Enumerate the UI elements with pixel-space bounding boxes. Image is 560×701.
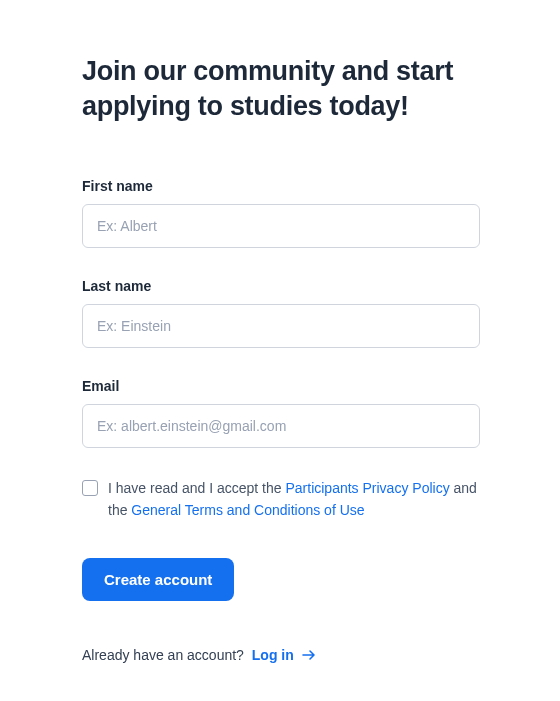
last-name-label: Last name (82, 278, 480, 294)
consent-label: I have read and I accept the Participant… (108, 478, 480, 521)
email-input[interactable] (82, 404, 480, 448)
terms-link[interactable]: General Terms and Conditions of Use (131, 502, 364, 518)
login-prompt: Already have an account? (82, 647, 244, 663)
first-name-input[interactable] (82, 204, 480, 248)
email-group: Email (82, 378, 480, 448)
first-name-label: First name (82, 178, 480, 194)
create-account-button[interactable]: Create account (82, 558, 234, 601)
login-link[interactable]: Log in (252, 647, 316, 663)
email-label: Email (82, 378, 480, 394)
consent-checkbox[interactable] (82, 480, 98, 496)
arrow-right-icon (302, 648, 316, 664)
privacy-policy-link[interactable]: Participants Privacy Policy (285, 480, 449, 496)
login-link-text: Log in (252, 647, 294, 663)
first-name-group: First name (82, 178, 480, 248)
login-footer: Already have an account? Log in (82, 647, 480, 664)
page-title: Join our community and start applying to… (82, 54, 480, 124)
consent-row: I have read and I accept the Participant… (82, 478, 480, 521)
consent-prefix: I have read and I accept the (108, 480, 285, 496)
last-name-group: Last name (82, 278, 480, 348)
last-name-input[interactable] (82, 304, 480, 348)
